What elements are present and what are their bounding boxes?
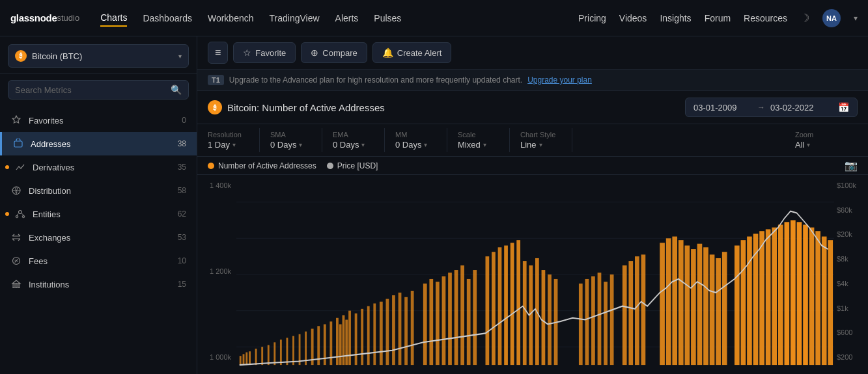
svg-rect-81 bbox=[691, 249, 696, 365]
top-navigation: glassnode studio Charts Dashboards Workb… bbox=[0, 0, 868, 36]
legend-label-price: Price [USD] bbox=[337, 161, 378, 170]
institutions-icon bbox=[10, 278, 22, 290]
nav-dashboards[interactable]: Dashboards bbox=[143, 10, 192, 26]
nav-insights[interactable]: Insights bbox=[660, 13, 691, 23]
zoom-control: Zoom All ▾ bbox=[795, 128, 847, 152]
search-icon[interactable]: 🔍 bbox=[171, 85, 182, 95]
asset-selector[interactable]: ₿ Bitcoin (BTC) ▾ bbox=[8, 44, 189, 68]
svg-rect-21 bbox=[280, 340, 282, 365]
compare-icon: ⊕ bbox=[311, 47, 318, 58]
sidebar-nav: Favorites 0 Addresses 38 bbox=[0, 106, 197, 374]
entities-count: 62 bbox=[178, 209, 186, 219]
sidebar-item-derivatives[interactable]: Derivatives 35 bbox=[0, 155, 197, 179]
chart-header: ₿ Bitcoin: Number of Active Addresses → … bbox=[197, 91, 868, 124]
svg-rect-60 bbox=[523, 261, 527, 365]
svg-rect-94 bbox=[778, 225, 783, 366]
svg-rect-98 bbox=[803, 225, 808, 366]
date-range-selector[interactable]: → 📅 bbox=[685, 98, 858, 117]
search-bar: 🔍 bbox=[8, 80, 189, 100]
nav-videos[interactable]: Videos bbox=[619, 13, 647, 23]
user-avatar[interactable]: NA bbox=[822, 9, 841, 27]
zoom-chevron: ▾ bbox=[807, 141, 810, 148]
nav-charts[interactable]: Charts bbox=[100, 10, 127, 27]
entities-label: Entities bbox=[33, 209, 171, 219]
svg-rect-13 bbox=[240, 356, 242, 365]
mm-text: 0 Days bbox=[395, 140, 421, 150]
svg-rect-73 bbox=[628, 261, 633, 365]
nav-workbench[interactable]: Workbench bbox=[208, 10, 254, 26]
svg-rect-66 bbox=[579, 284, 583, 365]
svg-rect-6 bbox=[16, 284, 17, 287]
chart-style-value[interactable]: Line ▾ bbox=[520, 140, 561, 150]
upgrade-link[interactable]: Upgrade your plan bbox=[527, 75, 592, 85]
sma-value[interactable]: 0 Days ▾ bbox=[270, 140, 311, 150]
scale-text: Mixed bbox=[458, 140, 481, 150]
mm-control: MM 0 Days ▾ bbox=[395, 128, 447, 152]
sidebar-item-institutions[interactable]: Institutions 15 bbox=[0, 273, 197, 296]
nav-pricing[interactable]: Pricing bbox=[578, 13, 606, 23]
svg-rect-97 bbox=[797, 222, 802, 365]
logo[interactable]: glassnode studio bbox=[10, 12, 79, 23]
y-label-4k: $4k bbox=[834, 280, 868, 287]
camera-icon[interactable]: 📷 bbox=[845, 159, 858, 172]
alert-message: Upgrade to the Advanced plan for high re… bbox=[229, 75, 522, 85]
svg-rect-35 bbox=[355, 314, 357, 365]
nav-resources[interactable]: Resources bbox=[744, 13, 787, 23]
svg-rect-102 bbox=[828, 240, 833, 365]
y-label-200: $200 bbox=[834, 353, 868, 361]
sidebar-item-addresses[interactable]: Addresses 38 bbox=[0, 132, 197, 155]
compare-button[interactable]: ⊕ Compare bbox=[301, 42, 367, 63]
sidebar-item-distribution[interactable]: Distribution 58 bbox=[0, 179, 197, 202]
account-chevron-icon[interactable]: ▾ bbox=[854, 14, 858, 23]
create-alert-label: Create Alert bbox=[397, 48, 442, 58]
sidebar-item-entities[interactable]: Entities 62 bbox=[0, 202, 197, 226]
sidebar-item-favorites[interactable]: Favorites 0 bbox=[0, 109, 197, 132]
date-from-input[interactable] bbox=[693, 103, 752, 113]
theme-toggle-icon[interactable]: ☽ bbox=[800, 12, 809, 24]
y-axis-right: $100k $60k $20k $8k $4k $1k $600 $200 bbox=[834, 175, 868, 374]
svg-rect-85 bbox=[716, 258, 721, 365]
ema-value[interactable]: 0 Days ▾ bbox=[333, 140, 374, 150]
legend-active-addresses: Number of Active Addresses bbox=[208, 161, 316, 170]
nav-tradingview[interactable]: TradingView bbox=[270, 10, 320, 26]
layout-button[interactable]: ≡ bbox=[208, 42, 228, 64]
nav-pulses[interactable]: Pulses bbox=[374, 10, 401, 26]
date-to-input[interactable] bbox=[770, 103, 829, 113]
ema-text: 0 Days bbox=[333, 140, 359, 150]
bell-icon: 🔔 bbox=[382, 47, 393, 58]
y-label-20k: $20k bbox=[834, 230, 868, 238]
svg-rect-37 bbox=[367, 306, 370, 365]
svg-rect-51 bbox=[460, 265, 464, 365]
svg-rect-5 bbox=[13, 284, 14, 287]
sidebar-header: ₿ Bitcoin (BTC) ▾ bbox=[0, 36, 197, 73]
scale-value[interactable]: Mixed ▾ bbox=[458, 140, 499, 150]
fees-count: 10 bbox=[178, 256, 186, 265]
favorite-label: Favorite bbox=[255, 48, 286, 58]
derivatives-icon bbox=[14, 161, 26, 173]
legend-dot-price bbox=[327, 163, 333, 169]
chart-title-area: ₿ Bitcoin: Number of Active Addresses bbox=[208, 100, 685, 114]
nav-alerts[interactable]: Alerts bbox=[335, 10, 359, 26]
sidebar-item-fees[interactable]: Fees 10 bbox=[0, 249, 197, 273]
resolution-value[interactable]: 1 Day ▾ bbox=[208, 140, 249, 150]
zoom-value[interactable]: All ▾ bbox=[795, 140, 837, 150]
chart-style-text: Line bbox=[520, 140, 537, 150]
sidebar-item-exchanges[interactable]: Exchanges 53 bbox=[0, 226, 197, 249]
chart-style-label: Chart Style bbox=[520, 131, 561, 139]
addresses-count: 38 bbox=[178, 139, 186, 148]
nav-forum[interactable]: Forum bbox=[705, 13, 731, 23]
svg-rect-74 bbox=[635, 256, 639, 365]
svg-rect-0 bbox=[14, 141, 22, 147]
search-input[interactable] bbox=[15, 85, 167, 95]
chart-style-control: Chart Style Line ▾ bbox=[520, 128, 572, 152]
favorite-button[interactable]: ☆ Favorite bbox=[233, 42, 296, 63]
controls-bar: Resolution 1 Day ▾ SMA 0 Days ▾ EMA 0 Da… bbox=[197, 124, 868, 157]
svg-rect-36 bbox=[361, 309, 363, 365]
resolution-control: Resolution 1 Day ▾ bbox=[208, 128, 260, 152]
svg-rect-80 bbox=[685, 245, 690, 365]
mm-value[interactable]: 0 Days ▾ bbox=[395, 140, 436, 150]
btc-chart-icon: ₿ bbox=[208, 100, 222, 114]
svg-rect-79 bbox=[679, 240, 684, 365]
calendar-icon[interactable]: 📅 bbox=[838, 102, 849, 113]
create-alert-button[interactable]: 🔔 Create Alert bbox=[372, 42, 452, 63]
